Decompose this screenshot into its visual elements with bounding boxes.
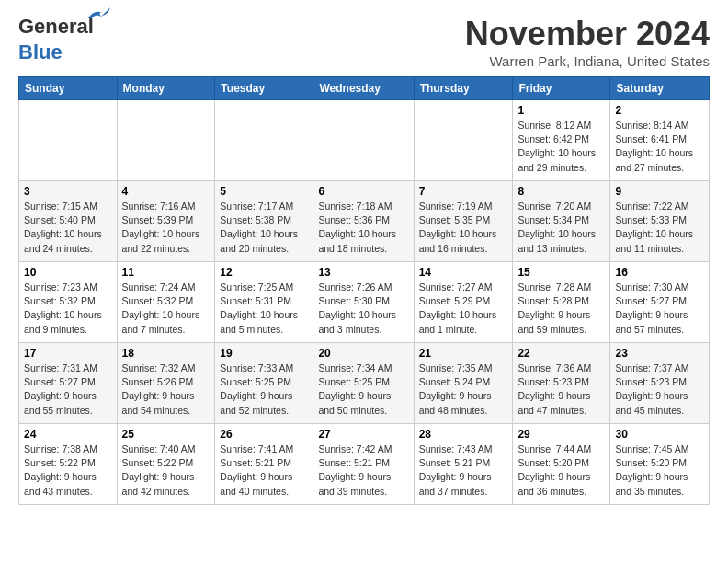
calendar-day-cell	[117, 100, 215, 181]
calendar-day-cell: 9Sunrise: 7:22 AM Sunset: 5:33 PM Daylig…	[610, 181, 710, 262]
day-info: Sunrise: 7:36 AM Sunset: 5:23 PM Dayligh…	[518, 362, 605, 418]
day-info: Sunrise: 7:37 AM Sunset: 5:23 PM Dayligh…	[615, 362, 704, 418]
calendar-col-header: Thursday	[414, 77, 513, 100]
day-info: Sunrise: 7:24 AM Sunset: 5:32 PM Dayligh…	[122, 281, 210, 337]
calendar-day-cell: 22Sunrise: 7:36 AM Sunset: 5:23 PM Dayli…	[513, 343, 610, 424]
day-info: Sunrise: 7:34 AM Sunset: 5:25 PM Dayligh…	[318, 362, 408, 418]
calendar-col-header: Friday	[513, 77, 610, 100]
calendar-day-cell: 3Sunrise: 7:15 AM Sunset: 5:40 PM Daylig…	[19, 181, 118, 262]
page-header: General Blue November 2024 Warren Park, …	[18, 15, 710, 69]
calendar-week-row: 17Sunrise: 7:31 AM Sunset: 5:27 PM Dayli…	[19, 343, 710, 424]
day-info: Sunrise: 7:44 AM Sunset: 5:20 PM Dayligh…	[518, 442, 605, 499]
day-number: 9	[615, 185, 704, 198]
day-number: 16	[615, 266, 704, 279]
day-info: Sunrise: 7:25 AM Sunset: 5:31 PM Dayligh…	[220, 281, 308, 337]
day-info: Sunrise: 7:33 AM Sunset: 5:25 PM Dayligh…	[220, 362, 308, 418]
day-number: 30	[615, 428, 704, 441]
day-info: Sunrise: 7:31 AM Sunset: 5:27 PM Dayligh…	[24, 362, 112, 418]
logo-blue: Blue	[18, 40, 63, 63]
calendar-day-cell: 11Sunrise: 7:24 AM Sunset: 5:32 PM Dayli…	[117, 262, 215, 343]
day-number: 26	[220, 428, 308, 441]
calendar-day-cell: 1Sunrise: 8:12 AM Sunset: 6:42 PM Daylig…	[513, 100, 610, 181]
day-number: 7	[419, 185, 508, 198]
day-info: Sunrise: 7:43 AM Sunset: 5:21 PM Dayligh…	[419, 442, 508, 499]
calendar-day-cell: 16Sunrise: 7:30 AM Sunset: 5:27 PM Dayli…	[610, 262, 710, 343]
day-number: 15	[518, 266, 605, 279]
day-info: Sunrise: 7:35 AM Sunset: 5:24 PM Dayligh…	[419, 362, 508, 418]
title-block: November 2024 Warren Park, Indiana, Unit…	[465, 15, 710, 69]
calendar-day-cell: 15Sunrise: 7:28 AM Sunset: 5:28 PM Dayli…	[513, 262, 610, 343]
calendar-week-row: 10Sunrise: 7:23 AM Sunset: 5:32 PM Dayli…	[19, 262, 710, 343]
day-number: 3	[24, 185, 112, 198]
calendar-day-cell: 30Sunrise: 7:45 AM Sunset: 5:20 PM Dayli…	[610, 424, 710, 505]
day-info: Sunrise: 8:14 AM Sunset: 6:41 PM Dayligh…	[615, 119, 704, 175]
calendar-day-cell: 2Sunrise: 8:14 AM Sunset: 6:41 PM Daylig…	[610, 100, 710, 181]
day-number: 24	[24, 428, 112, 441]
calendar-day-cell: 23Sunrise: 7:37 AM Sunset: 5:23 PM Dayli…	[610, 343, 710, 424]
calendar-day-cell: 18Sunrise: 7:32 AM Sunset: 5:26 PM Dayli…	[117, 343, 215, 424]
calendar-col-header: Tuesday	[215, 77, 313, 100]
location: Warren Park, Indiana, United States	[465, 53, 710, 69]
calendar-day-cell	[313, 100, 414, 181]
day-number: 12	[220, 266, 308, 279]
day-number: 18	[122, 347, 210, 360]
day-info: Sunrise: 7:28 AM Sunset: 5:28 PM Dayligh…	[518, 281, 605, 337]
calendar-day-cell: 8Sunrise: 7:20 AM Sunset: 5:34 PM Daylig…	[513, 181, 610, 262]
calendar-day-cell: 26Sunrise: 7:41 AM Sunset: 5:21 PM Dayli…	[215, 424, 313, 505]
day-info: Sunrise: 7:40 AM Sunset: 5:22 PM Dayligh…	[122, 442, 210, 499]
calendar-day-cell: 7Sunrise: 7:19 AM Sunset: 5:35 PM Daylig…	[414, 181, 513, 262]
day-number: 5	[220, 185, 308, 198]
calendar-day-cell: 21Sunrise: 7:35 AM Sunset: 5:24 PM Dayli…	[414, 343, 513, 424]
day-info: Sunrise: 7:27 AM Sunset: 5:29 PM Dayligh…	[419, 281, 508, 337]
calendar-day-cell: 17Sunrise: 7:31 AM Sunset: 5:27 PM Dayli…	[19, 343, 118, 424]
day-number: 23	[615, 347, 704, 360]
day-number: 14	[419, 266, 508, 279]
day-number: 29	[518, 428, 605, 441]
calendar-col-header: Wednesday	[313, 77, 414, 100]
calendar-day-cell: 20Sunrise: 7:34 AM Sunset: 5:25 PM Dayli…	[313, 343, 414, 424]
day-number: 19	[220, 347, 308, 360]
calendar-day-cell: 13Sunrise: 7:26 AM Sunset: 5:30 PM Dayli…	[313, 262, 414, 343]
day-info: Sunrise: 7:42 AM Sunset: 5:21 PM Dayligh…	[318, 442, 408, 499]
day-info: Sunrise: 8:12 AM Sunset: 6:42 PM Dayligh…	[518, 119, 605, 175]
day-number: 28	[419, 428, 508, 441]
day-info: Sunrise: 7:45 AM Sunset: 5:20 PM Dayligh…	[615, 442, 704, 499]
calendar-day-cell: 29Sunrise: 7:44 AM Sunset: 5:20 PM Dayli…	[513, 424, 610, 505]
calendar-day-cell	[19, 100, 118, 181]
day-number: 13	[318, 266, 408, 279]
calendar-week-row: 3Sunrise: 7:15 AM Sunset: 5:40 PM Daylig…	[19, 181, 710, 262]
calendar-day-cell: 25Sunrise: 7:40 AM Sunset: 5:22 PM Dayli…	[117, 424, 215, 505]
calendar-col-header: Monday	[117, 77, 215, 100]
day-info: Sunrise: 7:19 AM Sunset: 5:35 PM Dayligh…	[419, 200, 508, 256]
calendar-day-cell: 14Sunrise: 7:27 AM Sunset: 5:29 PM Dayli…	[414, 262, 513, 343]
calendar-day-cell: 6Sunrise: 7:18 AM Sunset: 5:36 PM Daylig…	[313, 181, 414, 262]
calendar-day-cell: 28Sunrise: 7:43 AM Sunset: 5:21 PM Dayli…	[414, 424, 513, 505]
calendar-day-cell: 27Sunrise: 7:42 AM Sunset: 5:21 PM Dayli…	[313, 424, 414, 505]
calendar-day-cell: 5Sunrise: 7:17 AM Sunset: 5:38 PM Daylig…	[215, 181, 313, 262]
calendar-week-row: 24Sunrise: 7:38 AM Sunset: 5:22 PM Dayli…	[19, 424, 710, 505]
day-number: 6	[318, 185, 408, 198]
day-info: Sunrise: 7:38 AM Sunset: 5:22 PM Dayligh…	[24, 442, 112, 499]
calendar-day-cell: 4Sunrise: 7:16 AM Sunset: 5:39 PM Daylig…	[117, 181, 215, 262]
day-number: 11	[122, 266, 210, 279]
day-info: Sunrise: 7:23 AM Sunset: 5:32 PM Dayligh…	[24, 281, 112, 337]
day-number: 27	[318, 428, 408, 441]
day-number: 4	[122, 185, 210, 198]
day-number: 25	[122, 428, 210, 441]
calendar-day-cell: 10Sunrise: 7:23 AM Sunset: 5:32 PM Dayli…	[19, 262, 118, 343]
month-title: November 2024	[465, 15, 710, 53]
calendar-day-cell: 19Sunrise: 7:33 AM Sunset: 5:25 PM Dayli…	[215, 343, 313, 424]
day-number: 17	[24, 347, 112, 360]
day-number: 21	[419, 347, 508, 360]
day-info: Sunrise: 7:32 AM Sunset: 5:26 PM Dayligh…	[122, 362, 210, 418]
calendar-header-row: SundayMondayTuesdayWednesdayThursdayFrid…	[19, 77, 710, 100]
logo: General Blue	[18, 15, 94, 64]
day-info: Sunrise: 7:26 AM Sunset: 5:30 PM Dayligh…	[318, 281, 408, 337]
day-info: Sunrise: 7:22 AM Sunset: 5:33 PM Dayligh…	[615, 200, 704, 256]
calendar-day-cell	[414, 100, 513, 181]
day-number: 1	[518, 104, 605, 117]
day-number: 2	[615, 104, 704, 117]
calendar-day-cell: 12Sunrise: 7:25 AM Sunset: 5:31 PM Dayli…	[215, 262, 313, 343]
day-info: Sunrise: 7:41 AM Sunset: 5:21 PM Dayligh…	[220, 442, 308, 499]
logo-bird-icon	[85, 6, 110, 24]
